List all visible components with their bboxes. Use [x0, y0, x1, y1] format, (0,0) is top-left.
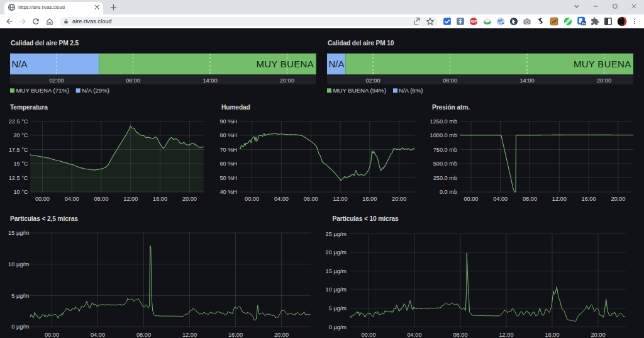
svg-text:Particulas < 10 micras: Particulas < 10 micras: [333, 215, 399, 222]
svg-text:08:00: 08:00: [453, 332, 468, 338]
svg-text:0 µg/m: 0 µg/m: [329, 324, 347, 330]
svg-text:750.0 mb: 750.0 mb: [433, 147, 457, 153]
svg-text:20:00: 20:00: [182, 196, 197, 202]
svg-text:12:00: 12:00: [333, 196, 348, 202]
svg-text:20:00: 20:00: [611, 196, 625, 202]
svg-text:02:00: 02:00: [50, 77, 64, 84]
svg-text:08:00: 08:00: [443, 77, 457, 84]
svg-text:16:00: 16:00: [362, 196, 377, 202]
svg-text:10 µg/m: 10 µg/m: [8, 261, 30, 268]
svg-text:Calidad del aire PM 10: Calidad del aire PM 10: [328, 40, 394, 47]
svg-text:16:00: 16:00: [153, 196, 167, 202]
svg-text:20 °C: 20 °C: [13, 132, 28, 138]
svg-text:9+: 9+: [582, 21, 586, 25]
svg-text:08:00: 08:00: [304, 196, 318, 202]
svg-text:250.0 mb: 250.0 mb: [433, 175, 457, 181]
svg-text:N/A: N/A: [12, 59, 28, 69]
svg-text:20:00: 20:00: [274, 332, 289, 338]
svg-text:17.5 °C: 17.5 °C: [9, 147, 28, 153]
svg-text:N/A: N/A: [329, 59, 345, 69]
svg-text:12:00: 12:00: [123, 196, 138, 202]
svg-text:15 µg/m: 15 µg/m: [326, 268, 347, 274]
svg-text:90 %H: 90 %H: [219, 118, 237, 125]
svg-text:5 µg/m: 5 µg/m: [11, 293, 30, 299]
svg-text:04:00: 04:00: [493, 196, 508, 202]
svg-text:15 µg/m: 15 µg/m: [8, 230, 30, 236]
svg-text:Temperatura: Temperatura: [10, 104, 48, 111]
svg-text:40 %H: 40 %H: [219, 189, 237, 195]
svg-text:20:00: 20:00: [591, 332, 606, 338]
svg-text:25 µg/m: 25 µg/m: [326, 231, 347, 237]
svg-text:0 µg/m: 0 µg/m: [11, 324, 30, 330]
svg-text:12:00: 12:00: [499, 332, 514, 338]
svg-text:14:00: 14:00: [520, 77, 535, 84]
svg-text:70 %H: 70 %H: [219, 147, 237, 153]
svg-text:0.0 mb: 0.0 mb: [440, 189, 457, 195]
svg-text:N/A (29%): N/A (29%): [82, 87, 109, 94]
svg-text:MUY BUENA (94%): MUY BUENA (94%): [333, 87, 387, 94]
svg-text:22.5 °C: 22.5 °C: [9, 118, 28, 125]
svg-text:14:00: 14:00: [203, 77, 218, 84]
svg-text:MUY BUENA (71%): MUY BUENA (71%): [16, 87, 70, 94]
svg-text:ABP: ABP: [470, 20, 477, 23]
svg-text:00:00: 00:00: [245, 196, 259, 202]
svg-text:00:00: 00:00: [464, 196, 478, 202]
svg-text:00:00: 00:00: [45, 332, 59, 338]
svg-text:50 %H: 50 %H: [219, 175, 237, 181]
svg-text:02:00: 02:00: [366, 77, 380, 84]
svg-text:12.5 °C: 12.5 °C: [9, 175, 28, 181]
svg-text:1000.0 mb: 1000.0 mb: [430, 132, 457, 138]
svg-text:15 °C: 15 °C: [13, 161, 28, 167]
svg-text:10 °C: 10 °C: [13, 189, 28, 195]
svg-text:04:00: 04:00: [91, 332, 105, 338]
svg-text:60 %H: 60 %H: [219, 161, 237, 167]
svg-text:Humedad: Humedad: [221, 104, 250, 111]
svg-text:MUY BUENA: MUY BUENA: [574, 59, 631, 69]
svg-text:08:00: 08:00: [523, 196, 537, 202]
svg-text:80 %H: 80 %H: [219, 132, 237, 138]
svg-text:04:00: 04:00: [408, 332, 422, 338]
svg-text:04:00: 04:00: [274, 196, 289, 202]
svg-text:20 µg/m: 20 µg/m: [326, 249, 347, 256]
svg-text:10 µg/m: 10 µg/m: [326, 286, 347, 293]
svg-text:04:00: 04:00: [65, 196, 79, 202]
svg-text:20:00: 20:00: [280, 77, 294, 84]
svg-text:Presión atm.: Presión atm.: [432, 104, 470, 111]
svg-text:Particulas < 2,5 micras: Particulas < 2,5 micras: [10, 215, 78, 222]
svg-text:5 µg/m: 5 µg/m: [329, 305, 347, 312]
svg-text:20:00: 20:00: [597, 77, 611, 84]
svg-text:MUY BUENA: MUY BUENA: [256, 59, 314, 69]
svg-text:Calidad del aire PM 2.5: Calidad del aire PM 2.5: [11, 40, 79, 47]
svg-text:12:00: 12:00: [182, 332, 197, 338]
svg-text:00:00: 00:00: [35, 196, 50, 202]
svg-text:08:00: 08:00: [126, 77, 140, 84]
svg-text:12:00: 12:00: [552, 196, 567, 202]
svg-text:16:00: 16:00: [545, 332, 560, 338]
svg-text:16:00: 16:00: [228, 332, 243, 338]
svg-text:500.0 mb: 500.0 mb: [433, 161, 457, 167]
svg-text:1250.0 mb: 1250.0 mb: [430, 118, 457, 125]
svg-text:N/A (6%): N/A (6%): [399, 87, 423, 94]
svg-text:08:00: 08:00: [94, 196, 109, 202]
svg-text:16:00: 16:00: [582, 196, 596, 202]
svg-text:08:00: 08:00: [136, 332, 151, 338]
svg-text:00:00: 00:00: [362, 332, 376, 338]
svg-text:20:00: 20:00: [392, 196, 406, 202]
